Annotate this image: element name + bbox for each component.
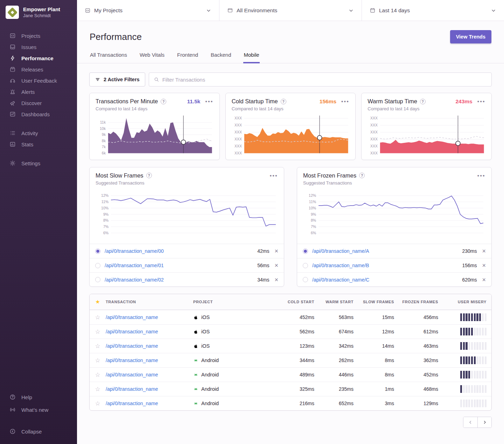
radio-button[interactable] <box>303 263 308 268</box>
sidebar-item-discover[interactable]: Discover <box>0 97 77 109</box>
transaction-link[interactable]: /api/0/transaction_name <box>106 401 193 406</box>
environment-selector[interactable]: All Environments <box>219 0 362 21</box>
sidebar-item-what-s-new[interactable]: What’s new <box>0 403 77 416</box>
tab-web-vitals[interactable]: Web Vitals <box>139 49 165 63</box>
sidebar-item-performance[interactable]: Performance <box>0 53 77 64</box>
project-cell: Android <box>193 372 282 377</box>
tab-backend[interactable]: Backend <box>210 49 231 63</box>
column-header[interactable]: SLOW FRAMES <box>360 300 400 304</box>
frozen-frames-value: 468ms <box>400 386 444 392</box>
project-cell: iOS <box>193 329 282 334</box>
sidebar-item-alerts[interactable]: Alerts <box>0 86 77 97</box>
radio-button[interactable] <box>303 277 308 282</box>
star-outline-icon[interactable]: ☆ <box>90 342 106 350</box>
card-value: 243ms <box>455 98 472 105</box>
table-row[interactable]: ☆ /api/0/transaction_name Android 325ms … <box>90 382 491 396</box>
table-row[interactable]: ☆ /api/0/transaction_name Android 489ms … <box>90 367 491 382</box>
close-icon[interactable]: × <box>482 248 486 254</box>
app-root: Empower Plant Jane Schmidt Projects Issu… <box>0 0 504 444</box>
svg-text:XXX: XXX <box>234 151 242 155</box>
radio-button[interactable] <box>95 249 100 254</box>
duration-value: 156ms <box>462 263 477 268</box>
sidebar-item-stats[interactable]: Stats <box>0 139 77 150</box>
column-header[interactable]: FROZEN FRAMES <box>400 300 444 304</box>
project-selector[interactable]: My Projects <box>77 0 219 21</box>
column-header[interactable]: PROJECT <box>193 300 282 304</box>
card-menu-button[interactable]: ••• <box>477 173 485 178</box>
star-outline-icon[interactable]: ☆ <box>90 328 106 335</box>
transaction-link[interactable]: /api/0/transaction_name/02 <box>105 277 164 283</box>
star-outline-icon[interactable]: ☆ <box>90 357 106 364</box>
star-outline-icon[interactable]: ☆ <box>90 371 106 379</box>
sidebar-item-issues[interactable]: Issues <box>0 41 77 53</box>
search-box <box>149 72 492 86</box>
transaction-link[interactable]: /api/0/transaction_name/01 <box>105 263 164 268</box>
column-header[interactable]: USER MISERY <box>444 300 491 304</box>
table-row[interactable]: ☆ /api/0/transaction_name Android 344ms … <box>90 353 491 367</box>
sidebar-item-activity[interactable]: Activity <box>0 127 77 139</box>
transaction-link[interactable]: /api/0/transaction_name <box>106 372 193 377</box>
table-row[interactable]: ☆ /api/0/transaction_name Android 216ms … <box>90 396 491 410</box>
active-filters-button[interactable]: 2 Active Filters <box>89 72 145 86</box>
help-circle-icon[interactable]: ? <box>281 99 286 104</box>
most-slow-frames-card: Most Slow Frames ? ••• Suggested Transac… <box>89 167 284 287</box>
transaction-link[interactable]: /api/0/transaction_name/B <box>312 263 369 268</box>
date-range-selector[interactable]: Last 14 days <box>362 0 504 21</box>
star-outline-icon[interactable]: ☆ <box>90 314 106 321</box>
star-outline-icon[interactable]: ☆ <box>90 386 106 393</box>
svg-text:8k: 8k <box>102 139 106 143</box>
sidebar-item-user-feedback[interactable]: User Feedback <box>0 75 77 86</box>
svg-text:XXX: XXX <box>370 137 378 141</box>
tab-all-transactions[interactable]: All Transactions <box>90 49 127 63</box>
transaction-link[interactable]: /api/0/transaction_name/A <box>312 248 369 254</box>
radio-button[interactable] <box>95 277 100 282</box>
table-row[interactable]: ☆ /api/0/transaction_name iOS 562ms 674m… <box>90 324 491 339</box>
help-circle-icon[interactable]: ? <box>420 99 426 104</box>
sidebar-item-settings[interactable]: Settings <box>0 158 77 169</box>
column-header[interactable]: TRANSACTION <box>106 300 193 304</box>
column-header[interactable]: WARM START <box>321 300 360 304</box>
table-row[interactable]: ☆ /api/0/transaction_name iOS 452ms 563m… <box>90 310 491 324</box>
sidebar-item-dashboards[interactable]: Dashboards <box>0 109 77 120</box>
search-input[interactable] <box>162 77 487 83</box>
table-row[interactable]: ☆ /api/0/transaction_name iOS 123ms 342m… <box>90 339 491 353</box>
help-circle-icon[interactable]: ? <box>146 173 152 178</box>
star-outline-icon[interactable]: ☆ <box>90 400 106 407</box>
previous-page-button[interactable] <box>463 417 477 428</box>
close-icon[interactable]: × <box>274 277 278 283</box>
transaction-link[interactable]: /api/0/transaction_name <box>106 343 193 349</box>
card-menu-button[interactable]: ••• <box>477 99 485 104</box>
sidebar-item-projects[interactable]: Projects <box>0 30 77 41</box>
org-switcher[interactable]: Empower Plant Jane Schmidt <box>0 6 77 19</box>
svg-text:6%: 6% <box>311 230 316 235</box>
transaction-link[interactable]: /api/0/transaction_name/C <box>312 277 369 283</box>
card-menu-button[interactable]: ••• <box>270 173 278 178</box>
org-logo-icon <box>6 6 19 19</box>
transaction-link[interactable]: /api/0/transaction_name <box>106 329 193 334</box>
sidebar-item-releases[interactable]: Releases <box>0 64 77 75</box>
transaction-link[interactable]: /api/0/transaction_name/00 <box>105 248 164 254</box>
sidebar-item-help[interactable]: Help <box>0 391 77 403</box>
tpm-chart: 11k10k9k8k7k6k <box>96 114 214 156</box>
help-circle-icon[interactable]: ? <box>161 99 166 104</box>
view-trends-button[interactable]: View Trends <box>450 30 491 43</box>
close-icon[interactable]: × <box>274 262 278 269</box>
transaction-link[interactable]: /api/0/transaction_name <box>106 386 193 392</box>
transaction-link[interactable]: /api/0/transaction_name <box>106 358 193 363</box>
tab-frontend[interactable]: Frontend <box>177 49 198 63</box>
tab-mobile[interactable]: Mobile <box>243 49 259 63</box>
star-icon[interactable]: ★ <box>90 299 106 305</box>
svg-text:XXX: XXX <box>234 137 242 141</box>
column-header[interactable]: COLD START <box>282 300 321 304</box>
transaction-link[interactable]: /api/0/transaction_name <box>106 314 193 320</box>
radio-button[interactable] <box>95 263 100 268</box>
card-menu-button[interactable]: ••• <box>205 99 213 104</box>
sidebar-collapse[interactable]: Collapse <box>0 425 77 438</box>
close-icon[interactable]: × <box>274 248 278 254</box>
help-circle-icon[interactable]: ? <box>359 173 365 178</box>
radio-button[interactable] <box>303 249 308 254</box>
next-page-button[interactable] <box>477 417 491 428</box>
close-icon[interactable]: × <box>482 262 486 269</box>
card-menu-button[interactable]: ••• <box>341 99 349 104</box>
close-icon[interactable]: × <box>482 277 486 283</box>
